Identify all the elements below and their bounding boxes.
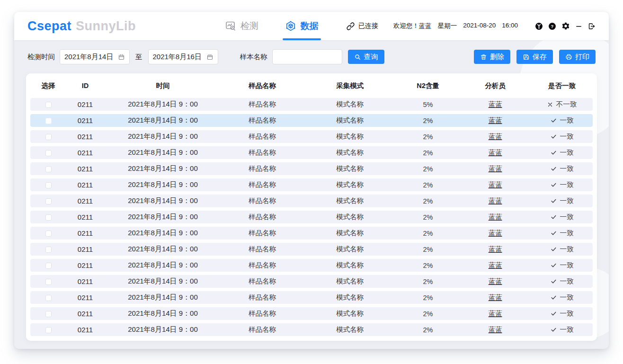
welcome-text: 欢迎您！蓝蓝 (393, 22, 432, 30)
date-from-field[interactable]: 2021年8月14日 (60, 49, 130, 64)
table-body: 02112021年8月14日 9：00样品名称模式名称5%蓝蓝不一致021120… (30, 98, 593, 336)
analyst-link[interactable]: 蓝蓝 (489, 100, 502, 108)
logout-icon[interactable] (587, 22, 596, 30)
sample-cell: 样品名称 (222, 325, 303, 334)
table-row[interactable]: 02112021年8月14日 9：00样品名称模式名称2%蓝蓝一致 (30, 211, 593, 223)
analyst-link[interactable]: 蓝蓝 (489, 229, 502, 237)
row-checkbox[interactable] (45, 231, 52, 237)
analyst-link[interactable]: 蓝蓝 (489, 116, 502, 124)
row-checkbox[interactable] (45, 198, 52, 204)
sample-cell: 样品名称 (222, 213, 303, 222)
table-row[interactable]: 02112021年8月14日 9：00样品名称模式名称2%蓝蓝一致 (30, 130, 593, 143)
table-row[interactable]: 02112021年8月14日 9：00样品名称模式名称2%蓝蓝一致 (30, 323, 593, 336)
row-checkbox[interactable] (45, 118, 52, 124)
id-cell: 0211 (66, 293, 104, 302)
tab-data[interactable]: 数据 (285, 12, 319, 40)
data-table-card: 选择 ID 时间 样品名称 采集模式 N2含量 分析员 是否一致 0211202… (26, 73, 597, 341)
id-cell: 0211 (66, 116, 104, 124)
table-row[interactable]: 02112021年8月14日 9：00样品名称模式名称2%蓝蓝一致 (30, 307, 593, 320)
row-checkbox[interactable] (45, 247, 52, 253)
row-checkbox[interactable] (45, 150, 52, 156)
time-cell: 2021年8月14日 9：00 (104, 309, 222, 318)
id-cell: 0211 (66, 310, 104, 318)
row-checkbox[interactable] (45, 182, 52, 188)
n2-cell: 2% (397, 213, 459, 221)
analyst-cell: 蓝蓝 (459, 180, 531, 189)
table-row[interactable]: 02112021年8月14日 9：00样品名称模式名称2%蓝蓝一致 (30, 146, 593, 159)
n2-cell: 2% (397, 294, 459, 302)
save-button[interactable]: 保存 (516, 50, 553, 64)
analyst-link[interactable]: 蓝蓝 (489, 293, 502, 301)
match-label: 一致 (560, 309, 574, 318)
match-label: 一致 (560, 132, 574, 141)
settings-gear-icon[interactable] (561, 22, 570, 30)
sample-name-input[interactable] (272, 49, 342, 64)
printer-icon (565, 53, 572, 61)
select-cell (30, 181, 66, 189)
row-checkbox[interactable] (45, 134, 52, 140)
match-label: 一致 (560, 229, 574, 238)
analyst-link[interactable]: 蓝蓝 (489, 197, 502, 204)
monitor-chart-magnifier-icon (225, 20, 236, 32)
select-cell (30, 165, 66, 173)
mode-cell: 模式名称 (303, 164, 397, 173)
date-to-field[interactable]: 2021年8月16日 (148, 49, 218, 64)
row-checkbox[interactable] (45, 263, 52, 269)
select-cell (30, 149, 66, 157)
row-checkbox[interactable] (45, 311, 52, 317)
n2-cell: 2% (397, 149, 459, 157)
match-icon (551, 214, 557, 220)
analyst-link[interactable]: 蓝蓝 (489, 213, 502, 221)
table-row[interactable]: 02112021年8月14日 9：00样品名称模式名称5%蓝蓝不一致 (30, 98, 593, 111)
table-row[interactable]: 02112021年8月14日 9：00样品名称模式名称2%蓝蓝一致 (30, 291, 593, 304)
match-icon (551, 262, 557, 268)
n2-cell: 2% (397, 246, 459, 253)
table-row[interactable]: 02112021年8月14日 9：00样品名称模式名称2%蓝蓝一致 (30, 275, 593, 288)
table-row[interactable]: 02112021年8月14日 9：00样品名称模式名称2%蓝蓝一致 (30, 227, 593, 240)
help-icon[interactable]: ? (548, 22, 556, 30)
time-cell: 2021年8月14日 9：00 (104, 132, 222, 141)
tab-detection[interactable]: 检测 (225, 12, 258, 40)
match-icon (551, 133, 557, 140)
mode-cell: 模式名称 (303, 180, 397, 189)
table-row[interactable]: 02112021年8月14日 9：00样品名称模式名称2%蓝蓝一致 (30, 114, 593, 127)
row-checkbox[interactable] (45, 295, 52, 301)
analyst-link[interactable]: 蓝蓝 (489, 149, 502, 156)
table-row[interactable]: 02112021年8月14日 9：00样品名称模式名称2%蓝蓝一致 (30, 195, 593, 207)
row-checkbox[interactable] (45, 166, 52, 172)
delete-button-label: 删除 (490, 53, 504, 62)
analyst-link[interactable]: 蓝蓝 (489, 181, 502, 188)
match-label: 一致 (560, 213, 574, 222)
query-button[interactable]: 查询 (348, 50, 384, 64)
row-checkbox[interactable] (45, 102, 52, 108)
table-row[interactable]: 02112021年8月14日 9：00样品名称模式名称2%蓝蓝一致 (30, 162, 593, 175)
row-checkbox[interactable] (45, 279, 52, 285)
n2-cell: 2% (397, 165, 459, 173)
analyst-link[interactable]: 蓝蓝 (489, 165, 502, 172)
time-cell: 2021年8月14日 9：00 (104, 245, 222, 254)
table-row[interactable]: 02112021年8月14日 9：00样品名称模式名称2%蓝蓝一致 (30, 243, 593, 256)
analyst-link[interactable]: 蓝蓝 (489, 326, 502, 333)
row-checkbox[interactable] (45, 327, 52, 333)
query-button-label: 查询 (364, 53, 378, 62)
column-header-n2: N2含量 (397, 81, 459, 90)
analyst-link[interactable]: 蓝蓝 (489, 277, 502, 285)
minimize-icon[interactable] (575, 23, 582, 30)
table-row[interactable]: 02112021年8月14日 9：00样品名称模式名称2%蓝蓝一致 (30, 259, 593, 272)
analyst-link[interactable]: 蓝蓝 (489, 310, 502, 317)
select-cell (30, 101, 66, 108)
match-cell: 一致 (531, 132, 593, 141)
analyst-cell: 蓝蓝 (459, 309, 531, 318)
analyst-link[interactable]: 蓝蓝 (489, 133, 502, 140)
tab-data-label: 数据 (301, 20, 319, 32)
row-checkbox[interactable] (45, 214, 52, 221)
analyst-link[interactable]: 蓝蓝 (489, 245, 502, 253)
match-icon (551, 246, 557, 252)
print-button[interactable]: 打印 (559, 50, 596, 64)
table-row[interactable]: 02112021年8月14日 9：00样品名称模式名称2%蓝蓝一致 (30, 178, 593, 191)
delete-button[interactable]: 删除 (474, 50, 510, 64)
analyst-link[interactable]: 蓝蓝 (489, 261, 502, 269)
match-label: 一致 (560, 196, 574, 205)
tool-icon[interactable] (535, 22, 543, 30)
select-cell (30, 117, 66, 124)
